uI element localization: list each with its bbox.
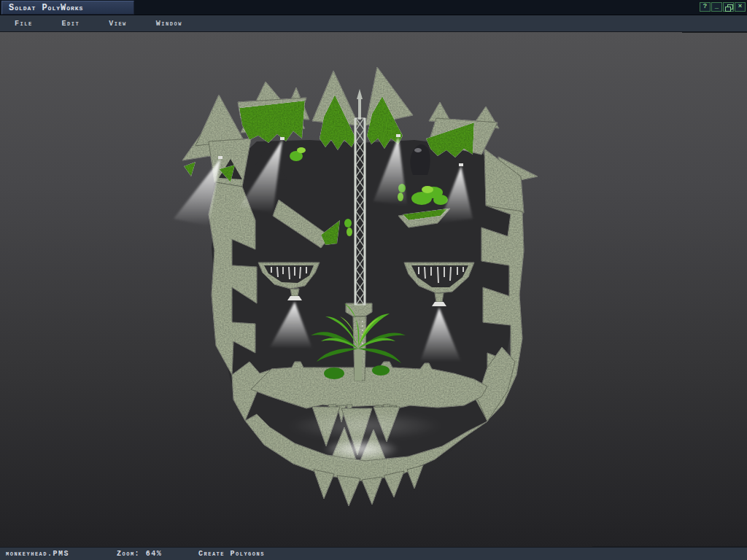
restore-button[interactable] [723, 2, 734, 12]
right-panel-edge-top [682, 32, 747, 33]
help-button[interactable]: ? [700, 2, 711, 12]
menu-window[interactable]: Window [156, 20, 182, 28]
status-zoom-label: Zoom: [117, 550, 140, 558]
status-filename: monkeyhead.PMS [6, 550, 69, 558]
restore-icon [724, 3, 735, 12]
close-button[interactable]: × [735, 2, 746, 12]
title-panel: Soldat PolyWorks [1, 1, 134, 15]
map-render [0, 32, 747, 547]
minimize-icon: _ [715, 3, 719, 10]
minimize-button[interactable]: _ [711, 2, 722, 12]
window-title: Soldat PolyWorks [9, 3, 83, 13]
menu-file[interactable]: File [15, 20, 33, 28]
title-bar: Soldat PolyWorks ? _ × [0, 0, 747, 15]
help-icon: ? [703, 3, 707, 10]
status-current-tool: Create Polygons [198, 550, 265, 558]
status-zoom-value: 64% [146, 550, 163, 558]
map-canvas[interactable] [0, 32, 747, 547]
window-controls: ? _ × [700, 2, 746, 12]
status-bar: monkeyhead.PMS Zoom: 64% Create Polygons [0, 547, 747, 560]
menu-bar: File Edit View Window [0, 15, 747, 32]
menu-edit[interactable]: Edit [62, 20, 80, 28]
status-zoom: Zoom: 64% [117, 550, 162, 558]
menu-view[interactable]: View [109, 20, 127, 28]
close-icon: × [738, 3, 742, 10]
